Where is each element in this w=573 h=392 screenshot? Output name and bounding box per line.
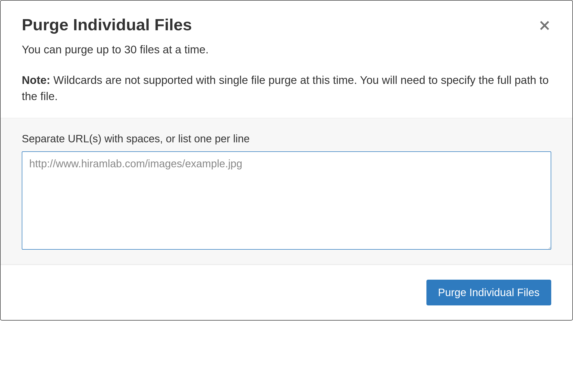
modal-note: Note: Wildcards are not supported with s…	[22, 72, 551, 105]
modal-header: Purge Individual Files You can purge up …	[1, 1, 572, 118]
modal-subtitle: You can purge up to 30 files at a time.	[22, 42, 551, 58]
purge-button[interactable]: Purge Individual Files	[426, 280, 551, 305]
purge-files-modal: Purge Individual Files You can purge up …	[0, 0, 573, 321]
note-label: Note:	[22, 74, 50, 86]
modal-footer: Purge Individual Files	[1, 264, 572, 320]
close-button[interactable]	[538, 19, 551, 32]
url-textarea[interactable]	[22, 151, 551, 250]
close-icon	[539, 20, 550, 32]
note-text: Wildcards are not supported with single …	[22, 74, 549, 103]
url-input-label: Separate URL(s) with spaces, or list one…	[22, 133, 551, 145]
modal-title: Purge Individual Files	[22, 15, 551, 34]
modal-body: Separate URL(s) with spaces, or list one…	[1, 118, 572, 264]
